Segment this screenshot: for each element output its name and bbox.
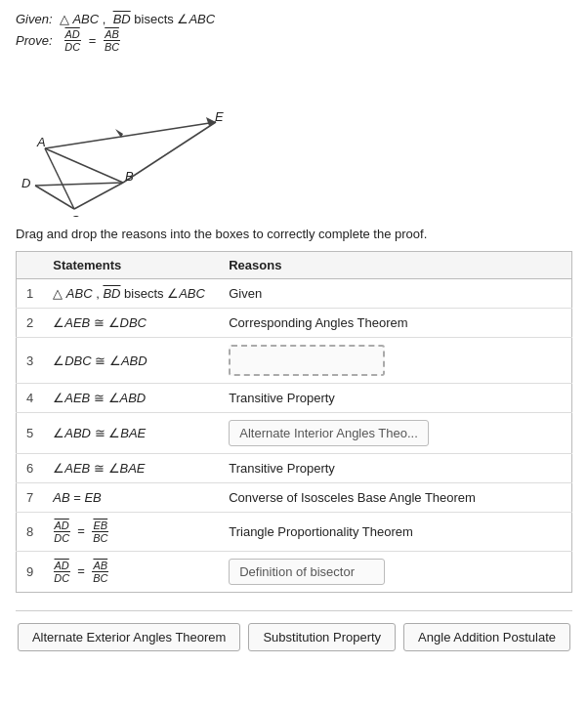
reason-5-box[interactable]: Alternate Interior Angles Theo... [219, 413, 571, 454]
table-row: 9 AD DC = AB BC Definition of bisector [17, 552, 572, 593]
drag-option-alternate-exterior[interactable]: Alternate Exterior Angles Theorem [18, 623, 240, 651]
prove-fraction-right: AB BC [104, 28, 120, 53]
row-num-7: 7 [17, 483, 44, 513]
svg-line-6 [74, 183, 123, 209]
prove-equals: = [85, 33, 100, 48]
drag-option-angle-addition[interactable]: Angle Addition Postulate [403, 623, 570, 651]
given-text: ABC , BD bisects ABC [56, 12, 215, 26]
table-row: 5 ABD BAE Alternate Interior Angles Theo… [17, 413, 572, 454]
stmt-7: AB = EB [43, 483, 219, 513]
table-row: 1 ABC , BD bisects ABC Given [17, 279, 572, 309]
col-num-header [17, 252, 44, 279]
reason-3-drop[interactable] [219, 338, 571, 384]
svg-text:C: C [70, 213, 80, 217]
table-row: 2 AEB DBC Corresponding Angles Theorem [17, 309, 572, 338]
row-num-5: 5 [17, 413, 44, 454]
given-prove-section: Given: ABC , BD bisects ABC Prove: AD DC… [16, 12, 572, 53]
diagram: A B C D E [16, 61, 231, 217]
prove-fraction-left: AD DC [63, 28, 81, 53]
row-num-1: 1 [17, 279, 44, 309]
reason-8: Triangle Proportionality Theorem [219, 513, 571, 552]
table-row: 4 AEB ABD Transitive Property [17, 384, 572, 413]
drag-instructions: Drag and drop the reasons into the boxes… [16, 227, 572, 241]
table-row: 3 DBC ABD [17, 338, 572, 384]
stmt-3: DBC ABD [43, 338, 219, 384]
svg-text:E: E [215, 109, 224, 124]
stmt-8: AD DC = EB BC [43, 513, 219, 552]
drag-options-bar: Alternate Exterior Angles Theorem Substi… [16, 610, 572, 659]
row-num-9: 9 [17, 552, 44, 593]
filled-box-9[interactable]: Definition of bisector [229, 559, 385, 585]
row-num-3: 3 [17, 338, 44, 384]
svg-line-2 [123, 122, 216, 183]
table-row: 7 AB = EB Converse of Isosceles Base Ang… [17, 483, 572, 513]
stmt-5: ABD BAE [43, 413, 219, 454]
row-num-2: 2 [17, 309, 44, 338]
row-num-8: 8 [17, 513, 44, 552]
prove-label: Prove: [16, 33, 53, 48]
reason-9-box[interactable]: Definition of bisector [219, 552, 571, 593]
given-label: Given: [16, 12, 53, 26]
reason-2: Corresponding Angles Theorem [219, 309, 571, 338]
svg-line-5 [45, 148, 123, 183]
filled-box-5[interactable]: Alternate Interior Angles Theo... [229, 420, 429, 446]
reason-7: Converse of Isosceles Base Angle Theorem [219, 483, 571, 513]
reason-1: Given [219, 279, 571, 309]
svg-text:A: A [36, 135, 46, 149]
reason-4: Transitive Property [219, 384, 571, 413]
stmt-4: AEB ABD [43, 384, 219, 413]
stmt-6: AEB BAE [43, 454, 219, 483]
stmt-9: AD DC = AB BC [43, 552, 219, 593]
diagram-svg: A B C D E [16, 61, 231, 217]
row-num-6: 6 [17, 454, 44, 483]
svg-line-3 [35, 183, 123, 186]
drop-box-3[interactable] [229, 345, 385, 376]
statements-header: Statements [43, 252, 219, 279]
svg-text:B: B [125, 169, 134, 184]
svg-text:D: D [21, 176, 30, 190]
table-row: 6 AEB BAE Transitive Property [17, 454, 572, 483]
table-row: 8 AD DC = EB BC Triangle Proportionality… [17, 513, 572, 552]
reason-6: Transitive Property [219, 454, 571, 483]
drag-option-substitution[interactable]: Substitution Property [248, 623, 396, 651]
svg-line-0 [45, 122, 216, 148]
stmt-2: AEB DBC [43, 309, 219, 338]
row-num-4: 4 [17, 384, 44, 413]
reasons-header: Reasons [219, 252, 571, 279]
proof-table: Statements Reasons 1 ABC , BD bisects AB… [16, 251, 572, 593]
stmt-1: ABC , BD bisects ABC [43, 279, 219, 309]
